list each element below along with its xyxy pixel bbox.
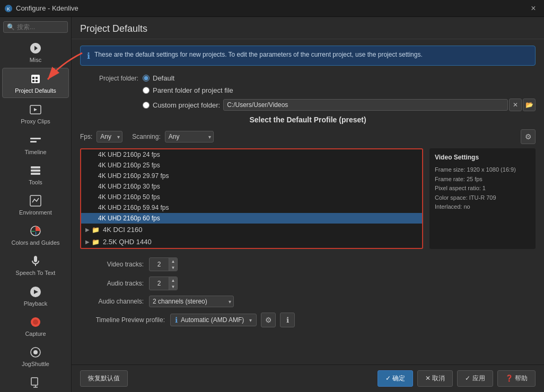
sidebar: 🔍 Misc Project Defaults Proxy Clips [0,17,72,392]
svg-rect-6 [31,170,40,172]
timeline-preview-value: Automatic (AMD AMF) [181,316,244,324]
restore-defaults-button[interactable]: 恢复默认值 [80,370,128,387]
fps-scanning-row: Fps: Any242530 Scanning: AnyProgressiveI… [80,129,536,144]
search-input[interactable] [17,23,64,31]
timeline-label: Timeline [24,149,46,156]
close-button[interactable]: × [527,2,540,15]
browse-folder-button[interactable]: 📂 [523,99,536,111]
scanning-label: Scanning: [132,133,160,140]
fps-select-wrapper[interactable]: Any242530 [96,131,122,142]
preview-profile-icon: ℹ [175,316,178,324]
misc-label: Misc [30,57,42,64]
fps-select[interactable]: Any242530 [96,131,122,142]
svg-rect-3 [30,138,41,139]
audio-tracks-input[interactable] [150,278,169,289]
audio-channels-select[interactable]: 2 channels (stereo) 1 channel (mono) 4 c… [149,296,234,307]
svg-rect-15 [31,378,38,385]
video-tracks-label: Video tracks: [80,261,144,268]
apply-button[interactable]: ✓ 应用 [457,370,493,387]
list-item-selected[interactable]: 4K UHD 2160p 60 fps [81,213,422,224]
window-title: Configure - Kdenlive [16,4,527,12]
environment-icon [29,193,42,208]
sidebar-item-transcode[interactable]: Transcode [2,372,69,392]
profile-list: 4K UHD 2160p 24 fps 4K UHD 2160p 25 fps … [80,148,423,249]
video-tracks-spinbox-btns: ▲ ▼ [169,258,177,271]
video-tracks-down[interactable]: ▼ [169,264,177,271]
timeline-preview-settings-button[interactable]: ⚙ [261,313,276,327]
audio-channels-label: Audio channels: [80,298,144,305]
sidebar-item-project-defaults[interactable]: Project Defaults [2,68,69,98]
sidebar-item-timeline[interactable]: Timeline [2,130,69,159]
dropdown-arrow-icon: ▾ [249,317,252,323]
radio-default-label: Default [153,74,174,82]
radio-default[interactable]: Default [143,74,174,82]
sidebar-item-tools[interactable]: Tools [2,160,69,189]
audio-tracks-label: Audio tracks: [80,280,144,287]
svg-rect-7 [31,173,40,175]
custom-folder-row: Custom project folder: ✕ 📂 [80,99,536,111]
list-item[interactable]: 4K UHD 2160p 24 fps [81,149,422,160]
custom-folder-input[interactable] [223,99,508,111]
list-item[interactable]: 4K UHD 2160p 29.97 fps [81,171,422,181]
sidebar-item-jog-shuttle[interactable]: JogShuttle [2,342,69,371]
video-settings-title: Video Settings [435,154,530,161]
audio-tracks-row: Audio tracks: ▲ ▼ [80,277,536,290]
parent-folder-row: Parent folder of project file [80,86,536,94]
page-title: Project Defaults [80,23,536,34]
profile-group-25k-qhd[interactable]: ▶ 📁 2.5K QHD 1440 [81,236,422,248]
sidebar-item-environment[interactable]: Environment [2,190,69,219]
profile-settings-button[interactable]: ⚙ [521,129,536,144]
timeline-preview-info-button[interactable]: ℹ [280,313,295,327]
list-item[interactable]: 4K UHD 2160p 25 fps [81,160,422,171]
sidebar-item-proxy-clips[interactable]: Proxy Clips [2,99,69,128]
frame-rate: Frame rate: 25 fps [435,175,530,184]
frame-size: Frame size: 1920 x 1080 (16:9) [435,165,530,175]
audio-channels-row: Audio channels: 2 channels (stereo) 1 ch… [80,296,536,307]
radio-custom-label: Custom project folder: [153,101,220,109]
sidebar-item-speech-to-text[interactable]: Speech To Text [2,251,69,280]
timeline-preview-select[interactable]: ℹ Automatic (AMD AMF) ▾ [170,314,257,326]
info-icon: ℹ [87,51,90,61]
video-settings-panel: Video Settings Frame size: 1920 x 1080 (… [429,148,536,249]
proxy-clips-icon [29,102,42,117]
content-body: ℹ These are the default settings for new… [72,39,544,364]
cancel-button[interactable]: ✕ 取消 [417,370,453,387]
list-item[interactable]: 4K UHD 2160p 50 fps [81,192,422,202]
radio-custom[interactable]: Custom project folder: [143,101,220,109]
svg-point-14 [33,350,38,354]
video-tracks-input[interactable] [150,259,169,270]
timeline-preview-row: Timeline Preview profile: ℹ Automatic (A… [80,313,536,327]
sidebar-item-misc[interactable]: Misc [2,38,69,67]
video-tracks-up[interactable]: ▲ [169,258,177,264]
sidebar-item-capture[interactable]: Capture [2,311,69,341]
audio-tracks-spinbox[interactable]: ▲ ▼ [149,277,178,290]
sidebar-item-playback[interactable]: Playback [2,281,69,310]
audio-tracks-down[interactable]: ▼ [169,283,177,290]
project-defaults-label: Project Defaults [15,87,56,94]
pixel-aspect: Pixel aspect ratio: 1 [435,184,530,193]
fps-label: Fps: [80,133,92,140]
audio-channels-wrapper[interactable]: 2 channels (stereo) 1 channel (mono) 4 c… [149,296,234,307]
scanning-select-wrapper[interactable]: AnyProgressiveInterlaced [165,131,214,142]
radio-parent[interactable]: Parent folder of project file [143,86,233,94]
svg-rect-5 [31,166,40,168]
audio-tracks-up[interactable]: ▲ [169,277,177,283]
project-folder-row: Project folder: Default [80,74,536,82]
ok-button[interactable]: ✓ 确定 [378,370,413,387]
colors-guides-label: Colors and Guides [11,239,59,246]
scanning-select[interactable]: AnyProgressiveInterlaced [165,131,214,142]
list-item[interactable]: 4K UHD 2160p 30 fps [81,181,422,192]
info-banner: ℹ These are the default settings for new… [80,46,536,66]
video-tracks-spinbox[interactable]: ▲ ▼ [149,257,178,271]
list-item[interactable]: 4K UHD 2160p 59.94 fps [81,202,422,213]
timeline-icon [29,133,42,148]
audio-tracks-spinbox-btns: ▲ ▼ [169,277,177,290]
capture-label: Capture [25,331,46,337]
interlaced: Interlaced: no [435,202,530,212]
profile-group-4k-dci[interactable]: ▶ 📁 4K DCI 2160 [81,224,422,236]
search-bar[interactable]: 🔍 [3,21,68,33]
transcode-icon [29,375,42,390]
clear-folder-button[interactable]: ✕ [509,99,522,111]
help-button[interactable]: ❓ 帮助 [497,370,536,387]
sidebar-item-colors-and-guides[interactable]: Colors and Guides [2,220,69,250]
